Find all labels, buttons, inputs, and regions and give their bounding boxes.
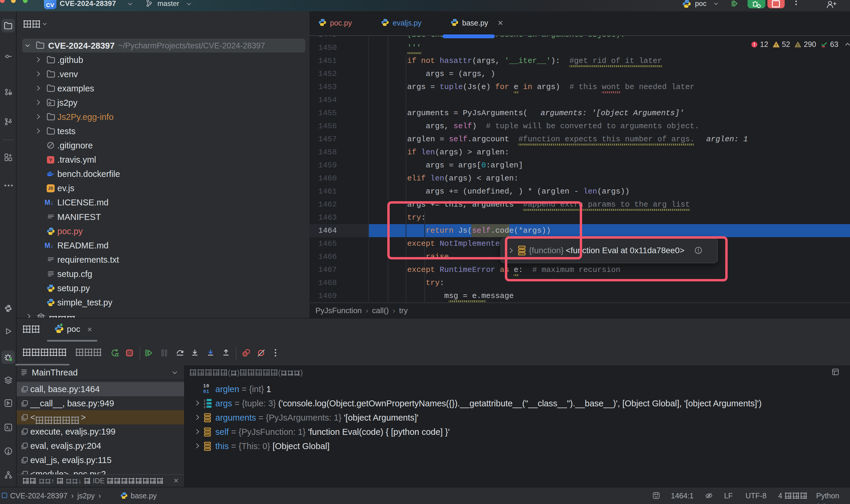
svg-text:?: ? [9, 91, 11, 95]
svg-text:3: 3 [203, 406, 205, 408]
